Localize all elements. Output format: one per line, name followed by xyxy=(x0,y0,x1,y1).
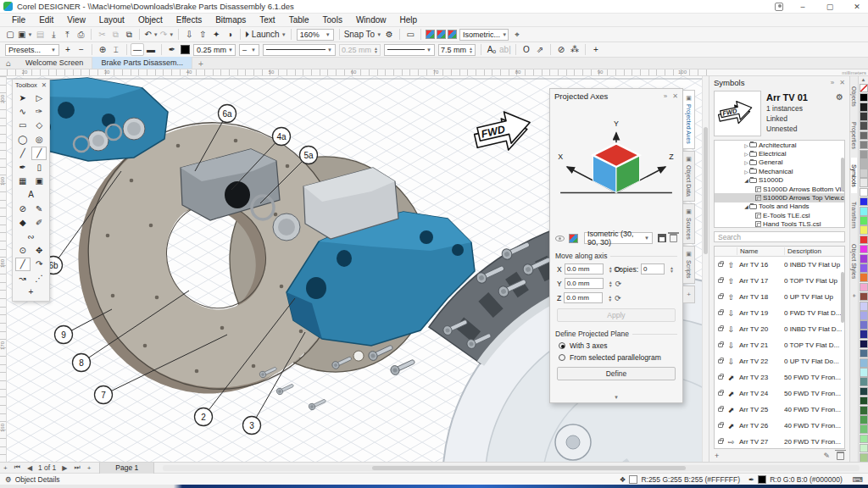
shape-tool-icon[interactable]: ▷ xyxy=(31,91,47,104)
tree-toggle-icon[interactable]: ◢ xyxy=(743,203,749,209)
color-swatch-e8742f[interactable] xyxy=(860,273,868,282)
menu-tools[interactable]: Tools xyxy=(316,14,349,26)
column-description[interactable]: Description xyxy=(784,247,844,255)
bezier-tool-icon[interactable]: ✒ xyxy=(15,160,31,174)
options-gear-icon[interactable]: ⚙ xyxy=(382,28,396,41)
ellipse-tool-icon[interactable]: ◯ xyxy=(15,132,31,146)
launch-button[interactable]: ⏵ Launch▼ xyxy=(244,28,287,41)
menu-edit[interactable]: Edit xyxy=(32,14,60,26)
menu-text[interactable]: Text xyxy=(253,14,281,26)
panel-tab-objects[interactable]: Objects xyxy=(851,80,857,114)
outline-settings-icon[interactable]: ⊕ xyxy=(96,43,109,56)
snap-to-button[interactable]: Snap To▼ xyxy=(343,28,382,41)
dimension-tool-icon[interactable]: ⊘ xyxy=(15,202,31,215)
color-swatch-4e6f8e[interactable] xyxy=(860,349,868,358)
copies-spinner[interactable]: ▲▼ xyxy=(670,266,674,273)
eyes-icon[interactable]: ⁂ xyxy=(568,43,581,56)
axis-spinner[interactable]: ▲▼ xyxy=(609,280,613,287)
projection-combo[interactable]: Isometric...▼ xyxy=(459,29,509,41)
axes-preset-select[interactable]: Isometric (30, 90, 30)▼ xyxy=(584,232,653,244)
outline-position-icon[interactable]: ⌶ xyxy=(109,43,123,56)
menu-effects[interactable]: Effects xyxy=(170,14,209,26)
pen-tool-icon[interactable]: ✎ xyxy=(31,202,47,215)
canvas-horizontal-scrollbar[interactable] xyxy=(163,465,860,471)
color-swatch-e63232[interactable] xyxy=(860,236,868,245)
docker-tab-projected-axes[interactable]: ▣Projected Axes xyxy=(683,90,695,149)
color-swatch-9c9c9c[interactable] xyxy=(860,150,868,159)
paste-icon[interactable]: ⧉ xyxy=(122,28,136,41)
color-swatch-caf2ca[interactable] xyxy=(860,444,868,453)
line-tool-icon[interactable]: ╱ xyxy=(15,147,31,160)
menu-file[interactable]: File xyxy=(5,14,32,26)
close-button[interactable]: ✕ xyxy=(849,3,865,11)
symbol-tool-icon[interactable]: ▣ xyxy=(31,174,47,187)
symbol-row-arr-tv-20[interactable]: ⇩Arr TV 200 INBD TV Flat D... xyxy=(715,321,844,337)
symbol-row-arr-tv-22[interactable]: ⇩Arr TV 220 UP TV Flat Do... xyxy=(715,353,844,369)
panel-tab-object-styles[interactable]: Object Styles xyxy=(851,237,857,286)
halo-width-spinner[interactable]: 7.5 mm▲▼ xyxy=(438,44,476,56)
tree-folder-mechanical[interactable]: ▷Mechanical xyxy=(715,167,844,175)
pen-gap-spinner[interactable]: 0.25 mm▲▼ xyxy=(339,44,381,56)
symbol-row-arr-tv-27[interactable]: ⇨Arr TV 2720 FWD TV Fron... xyxy=(715,434,844,449)
docker-tab-sources[interactable]: ▣Sources xyxy=(683,203,695,245)
panel-tab-transform[interactable]: Transform xyxy=(851,195,857,236)
add-page-button[interactable]: + xyxy=(0,464,11,472)
presets-combo[interactable]: Presets...▼ xyxy=(5,44,59,56)
edit-symbol-icon[interactable]: ✎ xyxy=(823,452,830,460)
freehand-tool-icon[interactable]: ∿ xyxy=(15,104,31,118)
color-swatch-828282[interactable] xyxy=(860,141,868,150)
symbol-row-arr-tv-23[interactable]: ⬈Arr TV 2350 FWD TV Fron... xyxy=(715,369,844,385)
color-swatch-75c475[interactable] xyxy=(860,424,868,434)
panel-tab-properties[interactable]: Properties xyxy=(851,115,857,156)
add-tools-icon[interactable]: + xyxy=(24,285,39,298)
copies-input[interactable]: 0 xyxy=(641,263,665,274)
docker-close-icon[interactable]: ✕ xyxy=(672,92,678,100)
tree-folder-tools-and-hands[interactable]: ◢Tools and Hands xyxy=(715,202,844,211)
undo-icon[interactable]: ↶▼ xyxy=(143,28,159,41)
char-options-icon[interactable]: Aₒ xyxy=(485,43,498,56)
docker-tab-scripts[interactable]: ▣Scripts xyxy=(683,246,695,283)
fill-tool-icon[interactable]: ◆ xyxy=(15,216,31,230)
next-page-button[interactable]: ▶ xyxy=(58,464,70,472)
symbol-row-arr-tv-16[interactable]: ⇧Arr TV 160 INBD TV Flat Up xyxy=(715,257,844,273)
projection-cube-green-icon[interactable] xyxy=(448,30,457,39)
color-swatch-4f4f4f[interactable] xyxy=(860,121,868,130)
tree-file-hand-tools-tls-csl[interactable]: Hand Tools TLS.csl xyxy=(715,220,844,228)
color-swatch-f2a8cf[interactable] xyxy=(860,283,868,292)
first-page-button[interactable]: ⏮ xyxy=(11,463,24,472)
color-swatch-696969[interactable] xyxy=(860,131,868,141)
page-tab[interactable]: Page 1 xyxy=(99,463,154,474)
axis-tool-icon[interactable]: ⌖ xyxy=(510,28,524,41)
callout-arrows-icon[interactable]: ⇗ xyxy=(533,43,547,56)
color-swatch-e8e8e8[interactable] xyxy=(860,178,868,187)
menu-bitmaps[interactable]: Bitmaps xyxy=(209,14,253,26)
docker-expand-caret[interactable]: ▾ xyxy=(550,392,682,402)
two-point-line-tool-icon[interactable]: ╱ xyxy=(31,147,47,160)
docker-tab-[interactable]: + xyxy=(683,286,695,303)
no-color-swatch[interactable] xyxy=(860,84,868,93)
symbol-row-arr-tv-25[interactable]: ⬈Arr TV 2540 FWD TV Fron... xyxy=(715,402,844,418)
polygon-tool-icon[interactable]: ◇ xyxy=(31,119,47,132)
export-icon[interactable]: ⤒ xyxy=(60,28,74,41)
tree-toggle-icon[interactable]: ▷ xyxy=(743,151,749,157)
color-swatch-a03cd6[interactable] xyxy=(860,254,868,263)
save-preset-icon[interactable] xyxy=(658,234,666,242)
tree-file-s1000d-arrows-bottom-view-csl[interactable]: S1000D Arrows Bottom View.csl xyxy=(715,185,844,193)
axis-spinner[interactable]: ▲▼ xyxy=(608,295,612,302)
window-box-icon[interactable]: ▭ xyxy=(403,28,417,41)
color-swatch-8ebbdb[interactable] xyxy=(860,358,868,368)
tree-toggle-icon[interactable]: ▷ xyxy=(743,169,749,175)
import-data-icon[interactable]: ⇩ xyxy=(182,28,196,41)
color-swatch-7474cc[interactable] xyxy=(860,320,868,330)
rectangle-tool-icon[interactable]: ▭ xyxy=(15,119,31,132)
dimension-line-tool-icon[interactable]: ╱ xyxy=(15,258,31,271)
eraser-tool-icon[interactable]: ▯ xyxy=(31,160,47,174)
color-swatch-356b35[interactable] xyxy=(860,406,868,415)
publish-icon[interactable]: ✦ xyxy=(209,28,223,41)
arrowhead-style-combo[interactable]: ▼ xyxy=(384,44,435,56)
text-tool-icon[interactable]: A xyxy=(24,188,39,202)
new-tab-button[interactable]: + xyxy=(192,59,209,69)
projection-cube-icon[interactable] xyxy=(569,234,578,243)
canvas-vertical-scrollbar[interactable] xyxy=(702,76,709,462)
menu-layout[interactable]: Layout xyxy=(92,14,131,26)
